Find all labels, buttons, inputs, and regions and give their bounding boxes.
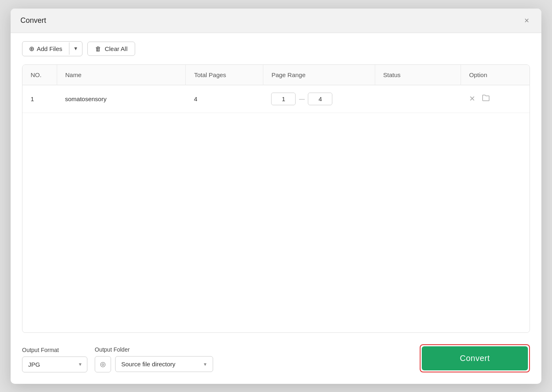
output-folder-section: Output Folder ◎ Source file directory Cu…: [95, 346, 213, 372]
plus-icon: ⊕: [29, 45, 34, 53]
table-body: 1 somatosensory 4 — ✕: [22, 85, 530, 113]
col-page-range: Page Range: [263, 65, 375, 85]
col-no: NO.: [22, 65, 57, 85]
row-no: 1: [22, 85, 57, 113]
footer: Output Format JPG PNG BMP TIFF Output Fo…: [11, 333, 541, 384]
convert-button-wrapper: Convert: [420, 344, 530, 372]
clear-all-label: Clear All: [105, 45, 127, 52]
table-header: NO. Name Total Pages Page Range Status O…: [22, 65, 530, 85]
add-files-main-button[interactable]: ⊕ Add Files: [22, 42, 69, 56]
row-total-pages: 4: [186, 85, 263, 113]
output-format-label: Output Format: [22, 347, 87, 353]
trash-icon: 🗑: [95, 45, 101, 52]
output-folder-label: Output Folder: [95, 346, 213, 353]
row-page-range: —: [263, 85, 375, 113]
output-format-select[interactable]: JPG PNG BMP TIFF: [22, 357, 87, 372]
convert-button[interactable]: Convert: [422, 346, 528, 370]
col-name: Name: [57, 65, 186, 85]
table-row: 1 somatosensory 4 — ✕: [22, 85, 530, 113]
open-folder-button[interactable]: [482, 94, 490, 104]
close-button[interactable]: ×: [522, 15, 532, 26]
page-range-start-input[interactable]: [271, 93, 296, 105]
files-table-area: NO. Name Total Pages Page Range Status O…: [22, 64, 530, 333]
add-files-button[interactable]: ⊕ Add Files ▼: [22, 41, 82, 56]
clear-all-button[interactable]: 🗑 Clear All: [87, 42, 135, 56]
chevron-down-icon: ▼: [73, 46, 78, 51]
output-format-section: Output Format JPG PNG BMP TIFF: [22, 347, 87, 372]
files-table: NO. Name Total Pages Page Range Status O…: [22, 65, 530, 113]
remove-row-button[interactable]: ✕: [469, 94, 475, 103]
convert-dialog: Convert × ⊕ Add Files ▼ 🗑 Clear All NO. …: [11, 9, 541, 384]
add-files-label: Add Files: [37, 45, 62, 52]
folder-select-container: Source file directory Custom folder: [115, 356, 213, 372]
row-name: somatosensory: [57, 85, 186, 113]
title-bar: Convert ×: [11, 9, 541, 33]
output-folder-row: ◎ Source file directory Custom folder: [95, 356, 213, 372]
page-range-dash: —: [299, 95, 305, 102]
target-icon: ◎: [100, 360, 106, 368]
dialog-title: Convert: [20, 16, 46, 25]
target-icon-button[interactable]: ◎: [95, 356, 111, 372]
page-range-end-input[interactable]: [308, 93, 332, 105]
row-option: ✕: [461, 85, 530, 113]
col-option: Option: [461, 65, 530, 85]
row-status: [375, 85, 461, 113]
format-select-container: JPG PNG BMP TIFF: [22, 357, 87, 372]
output-folder-select[interactable]: Source file directory Custom folder: [115, 356, 213, 372]
toolbar: ⊕ Add Files ▼ 🗑 Clear All: [11, 33, 541, 64]
add-files-dropdown-button[interactable]: ▼: [69, 42, 82, 55]
col-status: Status: [375, 65, 461, 85]
col-total-pages: Total Pages: [186, 65, 263, 85]
